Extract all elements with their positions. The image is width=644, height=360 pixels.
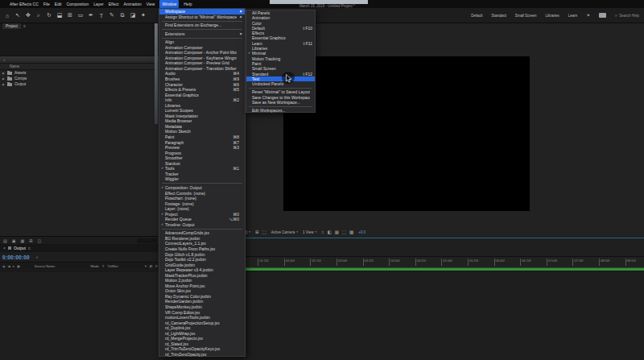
menu-item[interactable]: Extensions ▶ [159,31,245,37]
panel-menu-icon[interactable]: ≡ [28,246,31,250]
audio-toggle-icon[interactable]: ◀ [8,264,10,268]
workspace-submenu-item[interactable]: Undocked Panels [246,81,315,86]
ruler-tick-label: 06:15f [520,259,547,266]
new-comp-icon[interactable]: ▦ [20,238,24,243]
menubar-item[interactable]: File [43,0,50,8]
column-trkmat[interactable]: TrkMat [107,264,118,268]
current-time-display[interactable]: 0:00:00:00 [2,254,30,260]
brush-tool-icon[interactable]: ✎ [109,12,115,19]
timeline-tab-row: × Output ≡ [0,244,162,252]
camera-tool-icon[interactable]: ⬓ [56,12,63,19]
menu-item-label: Find Extensions on Exchange... [165,23,237,28]
footage-preview-area [0,29,159,56]
zoom-tool-icon[interactable]: ⌕ [35,12,42,19]
delete-icon[interactable]: ◫ [37,238,41,243]
search-help-field[interactable]: ⌕ Search Help [615,13,639,19]
menu-item[interactable]: Find Extensions on Exchange... [159,23,245,28]
workspace-submenu-item[interactable]: Edit Workspaces... [246,108,315,113]
menubar-item-label: After Effects CC [10,2,39,6]
project-folder-row[interactable]: ▶ Assets [0,70,159,76]
menubar-item[interactable]: Help [184,0,192,8]
pan-behind-tool-icon[interactable]: ⊞ [67,12,73,19]
ruler-tick-label: 04:15f [415,259,442,266]
expand-arrow-icon[interactable]: ▶ [2,72,5,75]
submenu-item-label: Edit Workspaces... [252,108,310,113]
column-mode[interactable]: Mode [90,264,98,268]
menubar-item-label: Window [162,2,176,6]
after-effects-window: After Effects CCFileEditCompositionLayer… [0,0,644,360]
tab-project[interactable]: Project [2,23,21,29]
menu-item[interactable]: rd_TrimZeroOpacity.jsx [159,352,245,358]
interpret-footage-icon[interactable]: ▤ [3,238,7,243]
panel-menu-icon[interactable]: ≡ [23,23,26,28]
menu-item[interactable]: ✓ Timeline: Output [159,222,245,228]
exposure-value[interactable]: +0.0 [358,230,365,234]
hand-tool-icon[interactable]: ✥ [25,12,31,19]
menu-item[interactable]: Wiggler [159,176,245,182]
timeline-layer-area[interactable] [0,271,644,360]
project-search-row[interactable]: ⌕ [0,56,159,64]
folder-icon [7,77,12,81]
lock-toggle-icon[interactable]: ▣ [17,264,20,268]
search-icon[interactable]: ⌕ [36,254,39,260]
workspace-button[interactable]: Default [471,14,482,18]
home-icon[interactable]: ⌂ [4,13,10,19]
menubar-item[interactable]: Effect [109,0,119,8]
solo-toggle-icon[interactable]: ● [13,264,14,268]
eraser-tool-icon[interactable]: ◪ [130,12,136,19]
clone-stamp-tool-icon[interactable]: ⧉ [119,12,126,19]
menubar-item[interactable]: Layer [93,0,104,8]
text-tool-icon[interactable]: T [98,13,105,19]
video-toggle-icon[interactable]: ◉ [2,264,6,268]
workspace-button[interactable]: Libraries [546,14,559,18]
project-name-column-header[interactable]: Name [0,64,159,70]
new-folder-icon[interactable]: ▣ [12,238,16,243]
menubar-item[interactable]: Window [159,0,179,8]
close-icon[interactable]: × [3,246,6,250]
menubar-item[interactable]: Animation [123,0,141,8]
frame-blend-icon[interactable]: ✦ [144,264,147,268]
camera-dropdown[interactable]: Active Camera ▾ [271,230,298,234]
rotate-tool-icon[interactable]: ↻ [46,12,52,19]
project-folder-row[interactable]: ▶ Output [0,81,159,87]
graph-editor-icon[interactable]: ⚙ [155,264,158,268]
shape-tool-icon[interactable]: ▭ [77,12,84,19]
menu-item[interactable]: Assign Shortcut to "Minimal" Workspace ▶ [159,14,245,20]
menubar-item[interactable]: Edit [55,0,62,8]
snapshot-icon[interactable]: ⌗ [321,230,324,235]
expand-arrow-icon[interactable]: ▶ [2,77,5,81]
project-folder-row[interactable]: ▶ Comps [0,76,159,81]
project-window-title: March 15, 2019 - Untitled Project * [299,4,355,8]
region-of-interest-icon[interactable]: ⬚ [342,230,346,235]
workspace-button[interactable]: Small Screen [515,14,537,18]
tab-timeline-output[interactable]: Output [14,246,26,250]
flag-icon[interactable]: ⚑ [586,13,589,18]
resolution-icon[interactable]: ▦ [335,230,339,235]
workspace-button[interactable]: Standard [492,14,506,18]
show-channel-icon[interactable]: ◧ [327,230,331,235]
workspace-button[interactable]: Learn [568,14,578,18]
menu-item-label: Timeline: Output [165,222,237,228]
panel-divider[interactable] [155,23,158,124]
workspace-submenu-item[interactable]: Save as New Workspace... [246,100,315,105]
menubar-item[interactable]: Composition [66,0,89,8]
column-t[interactable]: T [102,264,105,268]
selection-tool-icon[interactable]: ↖ [14,12,21,19]
menubar-item-label: Layer [93,2,104,6]
grid-options-icon[interactable]: ⊞ [255,230,259,234]
column-source-name[interactable]: Source Name [35,264,56,268]
expand-arrow-icon[interactable]: ▶ [2,83,5,86]
mask-visibility-icon[interactable]: ⬚ [262,230,266,234]
layout-box-icon[interactable] [599,13,606,18]
motion-blur-icon[interactable]: ◩ [150,264,153,268]
pen-tool-icon[interactable]: ✒ [88,12,94,19]
transparency-grid-icon[interactable]: ▩ [349,230,353,235]
ruler-tick-label: 03:15f [363,259,390,266]
ruler-tick-label: 05:00f [441,259,468,266]
menubar-item[interactable]: View [147,0,155,8]
puppet-pin-tool-icon[interactable]: ✦ [140,12,147,19]
menubar-item[interactable]: After Effects CC [10,0,39,8]
composition-canvas[interactable] [283,56,530,211]
project-settings-icon[interactable]: ⊞ [29,238,32,243]
view-layout-dropdown[interactable]: 1 View ▾ [303,230,316,234]
